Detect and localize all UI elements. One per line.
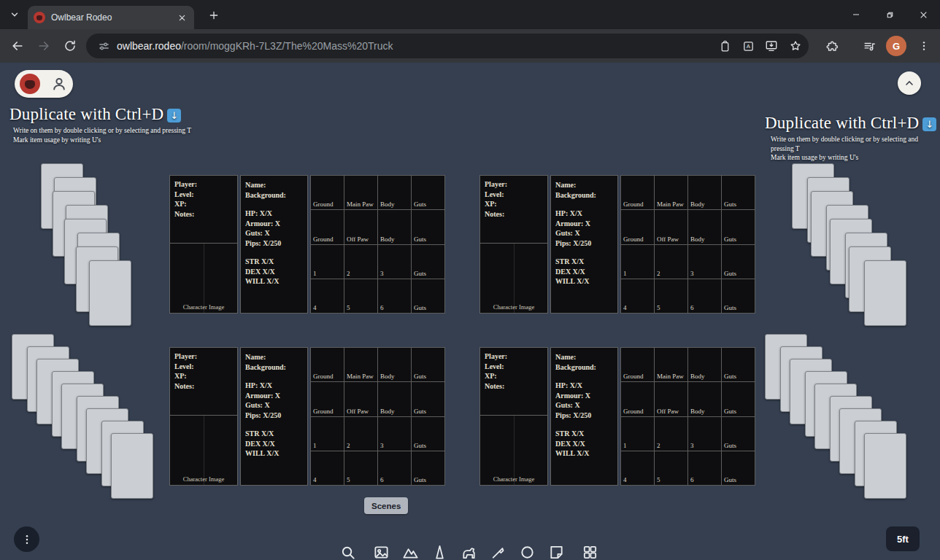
sheet-label: Level: [174, 190, 233, 200]
sheet-grid-cell: Guts [412, 417, 444, 451]
hint-left-line2: Mark item usage by writing U's [13, 136, 191, 145]
sheet-grid-cell: Main Paw [344, 348, 377, 381]
canvas[interactable]: Duplicate with Ctrl+D↓ Write on them by … [0, 63, 940, 560]
sheet-label: STR X/X [555, 257, 613, 267]
sheet-label: STR X/X [245, 429, 303, 439]
card-token[interactable] [864, 260, 906, 326]
sheet-grid-cell: Guts [722, 417, 755, 451]
install-app-icon[interactable] [764, 39, 779, 53]
bookmark-star-icon[interactable] [788, 39, 803, 53]
sheet-grid-cell: 3 [378, 417, 411, 451]
down-arrow-emoji: ↓ [167, 109, 181, 122]
hint-right: Duplicate with Ctrl+D↓ Write on them by … [765, 114, 940, 163]
grid-scale-button[interactable]: 5ft [886, 526, 920, 551]
hint-left-title: Duplicate with Ctrl+D [9, 105, 163, 123]
tab-strip: Owlbear Rodeo [0, 0, 940, 29]
scenes-button[interactable]: Scenes [364, 497, 408, 514]
sheet-label: DEX X/X [555, 267, 613, 277]
sheet-grid-cell: 2 [344, 245, 377, 279]
character-sheet[interactable]: Player:Level:XP:Notes: Character Image N… [169, 175, 445, 314]
character-image-placeholder: Character Image [169, 416, 238, 486]
character-image-label: Character Image [170, 303, 237, 311]
sheet-grid-cell: Main Paw [344, 176, 377, 209]
sheet-grid-cell: Off Paw [655, 382, 687, 416]
sheet-grid-cell: Off Paw [344, 210, 377, 244]
sheet-grid-cell: Guts [722, 176, 755, 209]
tab-search-chevron-icon[interactable] [6, 7, 23, 23]
sheet-label: Background: [245, 190, 303, 201]
sheet-grid: GroundMain PawBodyGutsGroundOff PawBodyG… [310, 347, 445, 486]
media-controls-icon[interactable] [859, 36, 879, 56]
pointer-tool-icon[interactable] [427, 540, 452, 560]
character-image-placeholder: Character Image [169, 244, 238, 314]
sheet-grid-cell: 5 [655, 451, 687, 485]
reload-button[interactable] [60, 36, 80, 56]
sheet-label: Notes: [485, 381, 543, 392]
sheet-stats-cell: Name:Background: HP: X/XArmour: XGuts: X… [240, 175, 308, 314]
browser-window: Owlbear Rodeo [0, 0, 940, 560]
sheet-grid-cell: Ground [311, 176, 344, 209]
player-icon[interactable] [50, 75, 68, 93]
sheet-label: Pips: X/250 [555, 238, 613, 249]
sheet-grid-cell: Ground [621, 210, 654, 244]
restore-button[interactable] [873, 0, 906, 29]
character-sheet[interactable]: Player:Level:XP:Notes: Character Image N… [479, 347, 755, 486]
sheet-grid-cell: Guts [722, 279, 755, 313]
card-token[interactable] [89, 260, 131, 326]
extensions-icon[interactable] [821, 36, 841, 56]
sheet-label: Background: [555, 362, 613, 373]
sheet-label: DEX X/X [555, 439, 613, 449]
sheet-grid: GroundMain PawBodyGutsGroundOff PawBodyG… [620, 347, 755, 486]
sheet-label: Background: [245, 362, 303, 373]
map-tool-icon[interactable] [398, 540, 423, 560]
sheet-grid-cell: Guts [412, 382, 444, 416]
sheet-grid-cell: Off Paw [655, 210, 687, 244]
minimize-button[interactable] [839, 0, 873, 29]
sheet-label: Guts: X [555, 228, 613, 238]
url-text[interactable]: owlbear.rodeo/room/moggKRh-7L3Z/The%20Ma… [117, 34, 393, 58]
sheet-grid-cell: Guts [722, 451, 755, 485]
sheet-grid-cell: 5 [655, 279, 687, 313]
sheet-grid-cell: Body [688, 176, 721, 209]
sheet-grid-cell: 3 [688, 245, 721, 279]
more-options-button[interactable] [14, 526, 39, 552]
sheet-grid-cell: 4 [621, 279, 654, 313]
card-token[interactable] [864, 433, 906, 499]
sheet-label: DEX X/X [245, 439, 303, 449]
svg-text:A: A [746, 43, 750, 50]
note-tool-icon[interactable] [544, 540, 569, 560]
address-bar[interactable]: owlbear.rodeo/room/moggKRh-7L3Z/The%20Ma… [86, 34, 809, 58]
close-window-button[interactable] [906, 0, 940, 29]
owlbear-logo-icon[interactable] [20, 74, 40, 94]
sheet-label: Player: [174, 351, 233, 362]
clipboard-icon[interactable] [717, 39, 732, 53]
character-sheet[interactable]: Player:Level:XP:Notes: Character Image N… [169, 347, 445, 486]
sheet-grid-cell: Main Paw [655, 176, 687, 209]
sheet-label: Player: [485, 351, 543, 362]
site-settings-icon[interactable] [96, 39, 111, 53]
sheet-grid-cell: 1 [621, 417, 654, 451]
search-tool-icon[interactable] [335, 540, 360, 560]
attachment-tool-icon[interactable] [485, 540, 510, 560]
sheet-grid-cell: Ground [621, 176, 654, 209]
token-tool-icon[interactable] [456, 540, 481, 560]
translate-icon[interactable]: A [741, 39, 755, 53]
fog-tool-icon[interactable] [515, 540, 539, 560]
sheet-grid-cell: Guts [722, 245, 755, 279]
browser-menu-icon[interactable] [914, 36, 934, 56]
sheet-label: HP: X/X [245, 381, 303, 391]
sheet-grid-cell: 1 [311, 417, 344, 451]
tab-close-icon[interactable] [175, 11, 188, 24]
extensions-grid-icon[interactable] [577, 540, 602, 560]
back-button[interactable] [7, 36, 28, 56]
character-sheet[interactable]: Player:Level:XP:Notes: Character Image N… [479, 175, 755, 314]
image-tool-icon[interactable] [369, 540, 393, 560]
browser-tab[interactable]: Owlbear Rodeo [28, 6, 194, 29]
forward-button[interactable] [34, 36, 54, 56]
sheet-stats-cell: Name:Background: HP: X/XArmour: XGuts: X… [550, 175, 618, 314]
profile-avatar[interactable]: G [886, 36, 906, 56]
card-token[interactable] [111, 433, 153, 499]
sheet-grid-cell: Guts [722, 210, 755, 244]
collapse-ui-button[interactable] [898, 71, 921, 95]
new-tab-button[interactable] [206, 7, 222, 23]
